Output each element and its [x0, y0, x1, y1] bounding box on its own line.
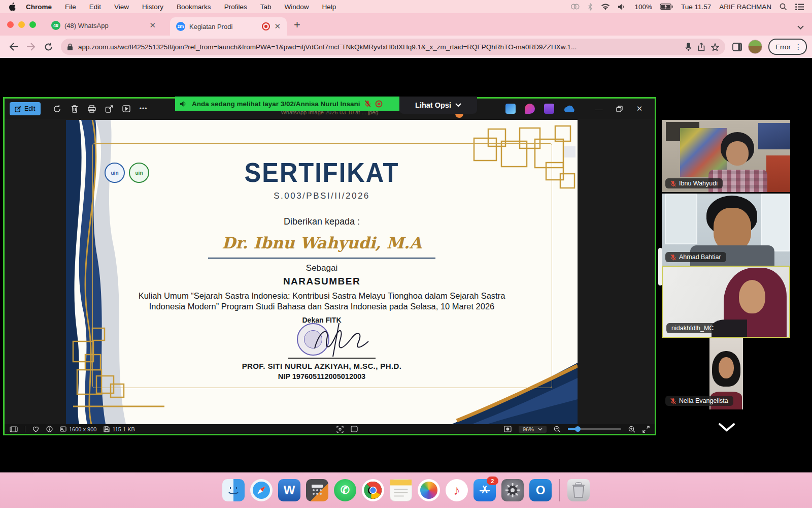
close-icon[interactable]: ✕: [629, 102, 650, 116]
tab-title: (48) WhatsApp: [64, 22, 145, 29]
dock-photos-icon[interactable]: [418, 479, 440, 501]
video-tile-ibnu-wahyudi[interactable]: Ibnu Wahyudi: [662, 120, 790, 192]
profile-error-chip[interactable]: Error ⋮: [768, 39, 807, 55]
bluetooth-icon[interactable]: [588, 3, 593, 11]
minimize-icon[interactable]: —: [589, 102, 609, 116]
zoom-favicon: zm: [176, 22, 185, 31]
menu-help[interactable]: Help: [322, 3, 336, 11]
page-scrollbar-thumb[interactable]: [658, 248, 662, 285]
video-tile-ahmad-bahtiar[interactable]: Ahmad Bahtiar: [662, 194, 790, 266]
share-icon[interactable]: [698, 43, 705, 51]
dock-trash-icon[interactable]: [567, 479, 590, 501]
profile-avatar[interactable]: [748, 40, 762, 54]
zoom-out-icon[interactable]: [554, 426, 561, 433]
voice-search-icon[interactable]: [685, 43, 692, 51]
menu-bookmarks[interactable]: Bookmarks: [177, 3, 211, 11]
dock-appstore-icon[interactable]: 2: [473, 479, 496, 501]
menubar-username[interactable]: ARIF RACHMAN: [719, 3, 771, 11]
menu-view[interactable]: View: [114, 3, 129, 11]
creative-cloud-icon[interactable]: [570, 3, 580, 10]
rotate-icon[interactable]: [49, 102, 66, 115]
dock-outlook-icon[interactable]: O: [529, 479, 552, 501]
menu-tab[interactable]: Tab: [260, 3, 272, 11]
background-icon[interactable]: [504, 426, 512, 432]
more-participants-button[interactable]: [714, 420, 740, 435]
certificate-signer-nip: NIP 197605112005012003: [66, 372, 578, 380]
dock-settings-icon[interactable]: [501, 479, 524, 501]
clipchamp-app-icon[interactable]: [544, 104, 554, 114]
new-tab-button[interactable]: +: [294, 18, 300, 31]
chrome-menu-icon[interactable]: ⋮: [793, 43, 804, 50]
more-tools-icon[interactable]: •••: [135, 102, 152, 115]
back-button[interactable]: [6, 39, 21, 54]
tab-search-chevron-icon[interactable]: [797, 25, 804, 29]
shared-screen-window: Edit ••• — ✕ W: [3, 97, 656, 435]
slideshow-icon[interactable]: [118, 102, 135, 115]
dock-finder-icon[interactable]: [222, 479, 245, 501]
filmstrip-icon[interactable]: [10, 426, 18, 432]
menubar-clock[interactable]: Tue 11.57: [681, 3, 711, 11]
focus-crop-icon[interactable]: [336, 426, 344, 433]
certificate-role: NARASUMBER: [66, 276, 578, 287]
chrome-toolbar: app.zoom.us/wc/84252513258/join?ref_from…: [0, 36, 812, 58]
dock-whatsapp-icon[interactable]: ✆: [334, 479, 356, 501]
restore-icon[interactable]: [609, 102, 629, 116]
dock-chrome-icon[interactable]: [362, 479, 384, 501]
photos-edit-button[interactable]: Edit: [10, 102, 41, 115]
dock-music-icon[interactable]: ♪: [446, 479, 468, 501]
address-bar[interactable]: app.zoom.us/wc/84252513258/join?ref_from…: [61, 39, 725, 55]
close-tab-icon[interactable]: ✕: [274, 22, 281, 31]
dock-calculator-icon[interactable]: [306, 479, 328, 501]
apple-menu-icon[interactable]: [8, 3, 16, 11]
menu-edit[interactable]: Edit: [89, 3, 101, 11]
view-options-button[interactable]: Lihat Opsi: [399, 97, 477, 114]
certificate-signer-name: PROF. SITI NURUL AZKIYAH, M.SC., PH.D.: [66, 362, 578, 370]
dock-word-icon[interactable]: W: [278, 479, 300, 501]
dock-safari-icon[interactable]: [250, 479, 273, 501]
control-center-icon[interactable]: [795, 4, 804, 10]
screen: Chrome File Edit View History Bookmarks …: [0, 0, 812, 508]
site-lock-icon[interactable]: [67, 43, 73, 51]
image-icon: [60, 426, 66, 432]
info-icon[interactable]: [46, 426, 53, 432]
favorite-heart-icon[interactable]: [32, 426, 39, 432]
wifi-icon[interactable]: [601, 4, 610, 10]
video-tile-nidakhfdlh[interactable]: nidakhfdlh_MC: [662, 266, 790, 338]
volume-icon[interactable]: [618, 4, 626, 10]
text-scan-icon[interactable]: [351, 426, 358, 432]
chrome-tabstrip: 48 (48) WhatsApp ✕ zm Kegiatan Prodi ✕ +: [0, 13, 812, 36]
spotlight-search-icon[interactable]: [780, 3, 787, 11]
forward-button[interactable]: [23, 39, 39, 54]
menu-window[interactable]: Window: [284, 3, 309, 11]
menu-history[interactable]: History: [142, 3, 163, 11]
paint3d-app-icon[interactable]: [525, 104, 535, 114]
dock-notes-icon[interactable]: [390, 479, 412, 501]
print-icon[interactable]: [83, 102, 100, 115]
menu-file[interactable]: File: [65, 3, 76, 11]
onedrive-icon[interactable]: [563, 105, 576, 113]
zoom-in-icon[interactable]: [628, 426, 635, 433]
menu-app-name[interactable]: Chrome: [26, 3, 52, 11]
minimize-window-button[interactable]: [18, 21, 25, 28]
video-tile-nelia-evangelista[interactable]: Nelia Evangelista: [662, 338, 790, 409]
menu-profiles[interactable]: Profiles: [224, 3, 247, 11]
share-file-icon[interactable]: [100, 102, 118, 115]
certificate-given-to: Diberikan kepada :: [66, 216, 578, 227]
tab-kegiatan-prodi[interactable]: zm Kegiatan Prodi ✕: [170, 17, 287, 36]
mic-muted-icon: [364, 100, 371, 107]
photos-canvas: uin uin SERTIFIKAT S.003/PBSI/II/2026 Di…: [5, 119, 655, 424]
zoom-slider[interactable]: [568, 428, 621, 430]
close-tab-icon[interactable]: ✕: [149, 21, 156, 30]
close-window-button[interactable]: [7, 21, 14, 28]
reload-button[interactable]: [41, 39, 56, 54]
mic-muted-icon: [670, 254, 676, 261]
photo-editor-app-icon[interactable]: [505, 104, 516, 114]
zoom-window-button[interactable]: [29, 21, 36, 28]
bookmark-star-icon[interactable]: [711, 43, 719, 51]
side-panel-icon[interactable]: [732, 43, 742, 51]
chevron-down-icon: [718, 423, 735, 432]
zoom-level-dropdown[interactable]: 96%: [519, 426, 547, 433]
tab-whatsapp[interactable]: 48 (48) WhatsApp ✕: [45, 16, 162, 35]
delete-icon[interactable]: [66, 102, 83, 115]
fullscreen-icon[interactable]: [642, 426, 650, 433]
